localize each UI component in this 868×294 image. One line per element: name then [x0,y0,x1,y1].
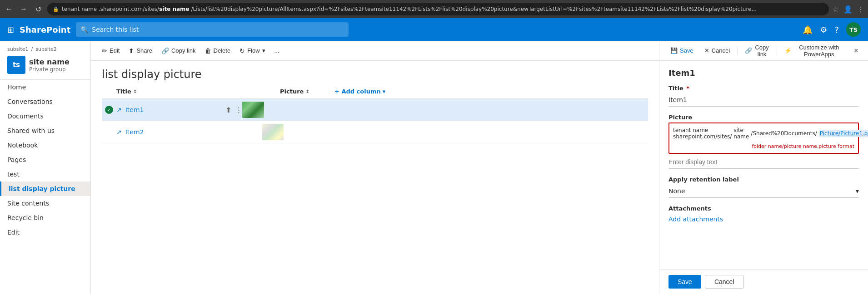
save-icon: 💾 [670,47,678,54]
panel-copy-link-button[interactable]: 🔗 Copy link [741,42,773,59]
panel-item-name: Item1 [668,68,859,78]
retention-field: Apply retention label None ▾ [668,176,859,198]
panel-cancel-button[interactable]: ✕ Cancel [701,45,733,56]
picture-url-part2: site name [733,127,749,140]
retention-label: Apply retention label [668,176,859,183]
subsite2-link[interactable]: subsite2 [35,46,57,52]
list-header: Title ↕ Picture ↕ + Add column ▾ [102,84,648,99]
attachments-title: Attachments [668,205,859,212]
add-attachments-link[interactable]: Add attachments [668,216,723,223]
share-button[interactable]: ⬆ Share [125,45,156,56]
url-bar[interactable]: 🔒 tenant name .sharepoint.com/sites/site… [47,3,829,15]
panel-copy-icon: 🔗 [745,47,752,54]
sidebar-item-edit[interactable]: Edit [0,225,90,240]
search-placeholder: Search this list [92,26,139,33]
picture-url-part1: tenant name sharepoint.com/sites/ [673,127,732,140]
search-bar[interactable]: 🔍 Search this list [76,22,349,37]
sidebar-item-home[interactable]: Home [0,80,90,94]
back-button[interactable]: ← [4,4,15,15]
settings-icon[interactable]: ⋮ [857,5,864,14]
settings-header-icon[interactable]: ⚙ [820,25,827,34]
list-title: list display picture [102,68,648,81]
lock-icon: 🔒 [53,6,59,12]
site-type: Private group [29,66,70,73]
subsite1-link[interactable]: subsite1 [7,46,29,52]
attachments-section: Attachments Add attachments [668,205,859,223]
sidebar-item-site-contents[interactable]: Site contents [0,196,90,211]
sidebar: subsite1 / subsite2 ts site name Private… [0,41,91,294]
sidebar-item-test[interactable]: test [0,167,90,181]
help-icon[interactable]: ? [834,25,839,34]
list-view: Title ↕ Picture ↕ + Add column ▾ ✓ [91,84,659,143]
row-check-item1[interactable]: ✓ [102,106,116,114]
panel-close-button[interactable]: × [851,44,861,57]
share-icon: ⬆ [129,47,134,54]
table-row[interactable]: ↗ Item2 [102,121,648,143]
picture-thumbnail-item1 [242,102,264,118]
list-title-area: list display picture [91,61,659,84]
title-sort-icon[interactable]: ↕ [133,89,137,94]
profile-icon[interactable]: 👤 [843,5,853,14]
panel-header: 💾 Save ✕ Cancel 🔗 Copy link ⚡ Customize … [659,41,868,61]
picture-url-row: tenant name sharepoint.com/sites/ site n… [673,127,854,140]
sidebar-item-list-display-picture[interactable]: list display picture [0,181,90,196]
search-icon: 🔍 [80,26,88,33]
edit-button[interactable]: ✏ Edit [98,45,123,56]
subsite-nav: subsite1 / subsite2 [7,46,83,52]
footer-save-button[interactable]: Save [668,275,701,289]
row-share-icon[interactable]: ⬆ [225,106,231,114]
panel-sep2 [777,46,777,55]
add-column-button[interactable]: + Add column ▾ [334,88,385,95]
copy-link-button[interactable]: 🔗 Copy link [158,45,199,56]
title-field-value[interactable]: Item1 [668,93,859,107]
sidebar-item-shared[interactable]: Shared with us [0,123,90,138]
row-title-item2[interactable]: ↗ Item2 [116,128,225,136]
flow-button[interactable]: ↻ Flow ▾ [236,45,269,56]
picture-display-input[interactable] [668,156,859,169]
row-actions-item1: ⬆ ⋮ [225,106,242,114]
site-name: site name [29,58,70,66]
panel-sep1 [737,46,738,55]
sp-header: ⊞ SharePoint 🔍 Search this list 🔔 ⚙ ? TS [0,18,868,41]
sidebar-item-pages[interactable]: Pages [0,152,90,167]
browser-bar: ← → ↺ 🔒 tenant name .sharepoint.com/site… [0,0,868,18]
forward-button[interactable]: → [18,4,29,15]
right-panel: 💾 Save ✕ Cancel 🔗 Copy link ⚡ Customize … [659,41,868,294]
delete-button[interactable]: 🗑 Delete [201,45,234,56]
panel-save-button[interactable]: 💾 Save [667,45,697,56]
picture-field-box: tenant name sharepoint.com/sites/ site n… [668,122,859,154]
notification-icon[interactable]: 🔔 [803,25,813,34]
row-title-item1[interactable]: ↗ Item1 [116,106,225,113]
picture-field-group: Picture tenant name sharepoint.com/sites… [668,114,859,169]
sidebar-item-conversations[interactable]: Conversations [0,94,90,109]
retention-chevron-icon: ▾ [856,187,859,195]
more-button[interactable]: ... [271,45,283,56]
column-picture-header: Picture ↕ [280,88,334,95]
delete-icon: 🗑 [205,47,211,54]
star-icon[interactable]: ☆ [833,5,839,14]
picture-sort-icon[interactable]: ↕ [305,89,309,94]
browser-right-icons: ☆ 👤 ⋮ [833,5,864,14]
panel-powerapps-button[interactable]: ⚡ Customize with PowerApps [781,42,848,59]
reload-button[interactable]: ↺ [33,4,44,15]
panel-footer: Save Cancel [659,269,868,294]
table-row[interactable]: ✓ ↗ Item1 ⬆ ⋮ [102,99,648,121]
waffle-icon[interactable]: ⊞ [7,25,14,34]
sidebar-item-recycle-bin[interactable]: Recycle bin [0,211,90,225]
edit-icon: ✏ [102,47,107,54]
site-header: subsite1 / subsite2 ts site name Private… [0,41,90,80]
sidebar-item-documents[interactable]: Documents [0,109,90,123]
sidebar-item-notebook[interactable]: Notebook [0,138,90,152]
flow-icon: ↻ [239,47,245,54]
list-toolbar: ✏ Edit ⬆ Share 🔗 Copy link 🗑 Delete ↻ Fl… [91,41,659,61]
picture-hint: folder name/picture name.picture format [673,143,854,149]
title-field-label: Title * [668,85,859,92]
main-layout: subsite1 / subsite2 ts site name Private… [0,41,868,294]
column-title-header: Title ↕ [116,88,244,95]
row-more-icon[interactable]: ⋮ [235,106,242,114]
title-field-group: Title * Item1 [668,85,859,107]
footer-cancel-button[interactable]: Cancel [705,275,744,289]
retention-select[interactable]: None ▾ [668,185,859,198]
avatar[interactable]: TS [846,22,861,37]
picture-url-highlight[interactable]: Picture/Picture1.png [819,130,868,137]
